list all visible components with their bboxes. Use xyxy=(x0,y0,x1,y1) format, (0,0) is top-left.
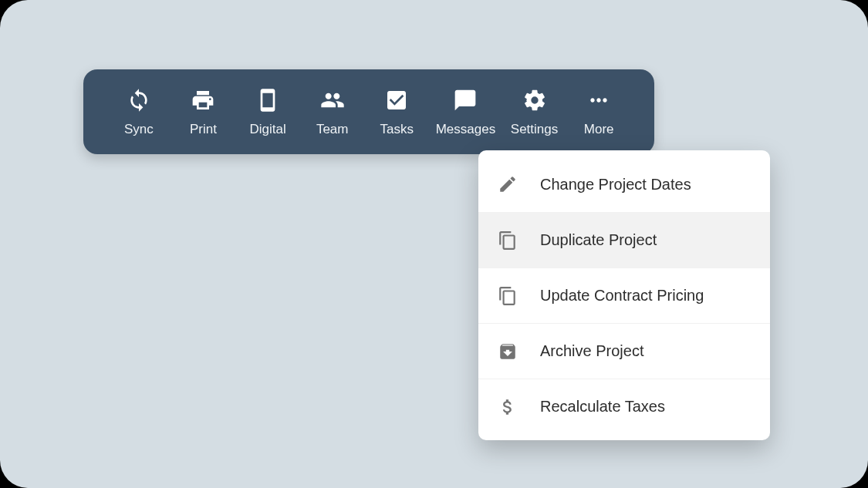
menu-item-label: Recalculate Taxes xyxy=(540,398,665,416)
menu-item-change-dates[interactable]: Change Project Dates xyxy=(478,156,770,212)
menu-item-label: Update Contract Pricing xyxy=(540,287,704,305)
app-stage: Sync Print Digital Team Tasks xyxy=(0,0,868,488)
toolbar-label: More xyxy=(584,122,614,137)
toolbar-label: Settings xyxy=(511,122,558,137)
checkbox-icon xyxy=(383,86,410,114)
menu-item-label: Duplicate Project xyxy=(540,231,657,249)
print-icon xyxy=(189,86,217,114)
print-button[interactable]: Print xyxy=(171,86,236,137)
main-toolbar: Sync Print Digital Team Tasks xyxy=(83,69,654,154)
smartphone-icon xyxy=(254,86,282,114)
menu-item-label: Change Project Dates xyxy=(540,176,691,194)
menu-item-update-pricing[interactable]: Update Contract Pricing xyxy=(478,268,770,323)
digital-button[interactable]: Digital xyxy=(235,86,300,137)
copy-icon xyxy=(497,230,518,251)
sync-icon xyxy=(125,86,153,114)
gear-icon xyxy=(521,86,549,114)
team-button[interactable]: Team xyxy=(300,86,365,137)
menu-item-archive-project[interactable]: Archive Project xyxy=(478,323,770,379)
more-button[interactable]: More xyxy=(566,86,631,137)
menu-item-label: Archive Project xyxy=(540,342,644,360)
people-icon xyxy=(319,86,346,114)
toolbar-label: Digital xyxy=(249,122,285,137)
sync-button[interactable]: Sync xyxy=(106,86,171,137)
copy-icon xyxy=(497,285,518,307)
toolbar-label: Tasks xyxy=(380,122,414,137)
more-dropdown-menu: Change Project Dates Duplicate Project U… xyxy=(478,150,770,440)
menu-item-duplicate-project[interactable]: Duplicate Project xyxy=(478,212,770,268)
dollar-icon xyxy=(497,396,518,418)
messages-button[interactable]: Messages xyxy=(429,86,502,137)
menu-item-recalculate-taxes[interactable]: Recalculate Taxes xyxy=(478,379,770,434)
chat-icon xyxy=(451,86,479,114)
more-horizontal-icon xyxy=(585,86,613,114)
pencil-icon xyxy=(497,173,518,195)
toolbar-label: Team xyxy=(316,122,349,137)
toolbar-label: Messages xyxy=(436,122,495,137)
settings-button[interactable]: Settings xyxy=(502,86,567,137)
toolbar-label: Print xyxy=(190,122,217,137)
toolbar-label: Sync xyxy=(124,122,154,137)
archive-icon xyxy=(497,341,518,362)
tasks-button[interactable]: Tasks xyxy=(365,86,430,137)
